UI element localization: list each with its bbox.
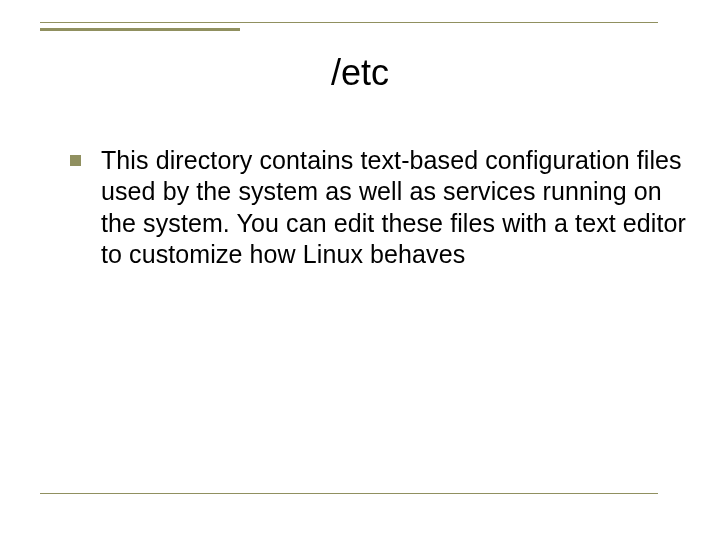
slide-container: /etc This directory contains text-based …: [0, 0, 720, 540]
content-area: This directory contains text-based confi…: [70, 145, 690, 270]
bullet-text: This directory contains text-based confi…: [101, 145, 690, 270]
slide-title: /etc: [0, 52, 720, 94]
top-border-line: [40, 22, 658, 23]
top-accent-line: [40, 28, 240, 31]
bottom-border-line: [40, 493, 658, 494]
square-bullet-icon: [70, 155, 81, 166]
bullet-item: This directory contains text-based confi…: [70, 145, 690, 270]
